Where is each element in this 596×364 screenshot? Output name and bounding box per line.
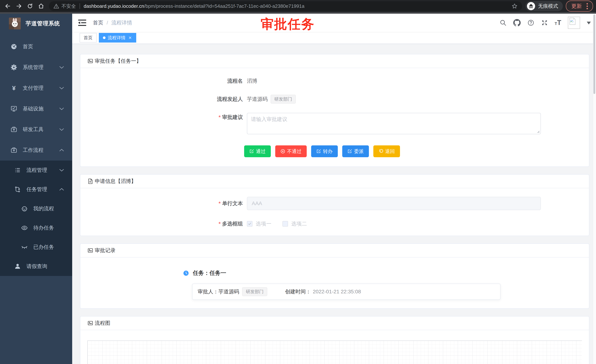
approve-button[interactable]: 通过 xyxy=(244,145,271,157)
transfer-button[interactable]: 转办 xyxy=(311,145,338,157)
app-logo[interactable]: 芋道管理系统 xyxy=(0,14,72,33)
field-label: 流程名 xyxy=(80,77,247,86)
sidebar-collapse-button[interactable] xyxy=(78,19,86,26)
edit-icon xyxy=(249,149,254,154)
suggestion-textarea[interactable] xyxy=(247,113,541,134)
sidebar-item-payment[interactable]: ¥ 支付管理 xyxy=(0,78,72,98)
clock-icon xyxy=(183,270,189,276)
document-icon xyxy=(87,178,93,184)
breadcrumb-current: 流程详情 xyxy=(112,19,132,26)
sidebar-item-todo-tasks[interactable]: 待办任务 xyxy=(0,218,72,238)
chevron-down-icon xyxy=(59,169,64,172)
approver-name: 芋道源码 xyxy=(218,288,239,295)
checkbox-label: 选项二 xyxy=(291,220,307,227)
form-row-initiator: 流程发起人 芋道源码 研发部门 xyxy=(80,95,589,104)
sidebar-item-label: 待办任务 xyxy=(33,224,54,231)
fullscreen-icon[interactable] xyxy=(541,19,548,26)
card-title: 申请信息【滔博】 xyxy=(95,178,136,185)
sidebar-item-leave-query[interactable]: 请假查询 xyxy=(0,257,72,276)
sidebar-item-my-process[interactable]: 我的流程 xyxy=(0,199,72,218)
home-button[interactable] xyxy=(36,1,46,11)
broken-image-icon xyxy=(568,17,577,26)
forward-button[interactable] xyxy=(14,1,24,11)
department-tag: 研发部门 xyxy=(271,95,296,104)
search-icon[interactable] xyxy=(499,19,507,26)
field-label-required: 多选框组 xyxy=(80,219,247,228)
browser-toolbar: 不安全 dashboard.yudao.iocoder.cn/bpm/proce… xyxy=(0,0,596,12)
browser-menu-icon[interactable] xyxy=(585,3,589,9)
sidebar-item-done-tasks[interactable]: 已办任务 xyxy=(0,238,72,257)
github-icon[interactable] xyxy=(513,19,521,26)
avatar-caret-icon[interactable] xyxy=(587,22,591,26)
chevron-down-icon xyxy=(59,66,64,69)
sidebar-item-process-mgmt[interactable]: 流程管理 xyxy=(0,160,72,180)
user-avatar[interactable] xyxy=(568,17,580,29)
checkbox-unchecked-icon xyxy=(283,221,288,226)
flow-diagram-card: 流程图 xyxy=(80,316,589,364)
chevron-down-icon xyxy=(59,87,64,89)
process-name-value: 滔博 xyxy=(247,77,257,86)
chevron-up-icon xyxy=(59,188,64,191)
sidebar-item-label: 已办任务 xyxy=(33,244,54,251)
monitor-icon xyxy=(10,105,18,112)
sidebar-item-label: 请假查询 xyxy=(26,263,47,270)
department-tag: 研发部门 xyxy=(242,287,267,296)
browser-update-button[interactable]: 更新 xyxy=(566,0,593,12)
form-row-process-name: 流程名 滔博 xyxy=(80,77,589,86)
approval-record-card: 审批记录 任务：任务一 审批人： 芋道源码 研发部门 创建时间： 2022-01… xyxy=(80,243,589,309)
delegate-button[interactable]: 委派 xyxy=(342,145,369,157)
help-icon[interactable] xyxy=(527,19,534,26)
sidebar-item-home[interactable]: 首页 xyxy=(0,36,72,57)
approver-label: 审批人： xyxy=(198,288,218,295)
card-title: 审批记录 xyxy=(95,247,115,254)
button-label: 不通过 xyxy=(287,148,302,155)
card-body xyxy=(80,330,589,364)
card-title: 审批任务【任务一】 xyxy=(95,58,142,65)
breadcrumb-home[interactable]: 首页 xyxy=(93,19,103,26)
back-button[interactable] xyxy=(3,1,13,11)
sidebar-item-infrastructure[interactable]: 基础设施 xyxy=(0,98,72,119)
textarea-resize-handle[interactable] xyxy=(536,130,540,133)
page-scrollbar[interactable] xyxy=(593,14,596,364)
eye-closed-icon xyxy=(21,243,28,251)
form-row-checkboxes: 多选框组 选项一 选项二 xyxy=(80,219,589,228)
sidebar-item-system[interactable]: 系统管理 xyxy=(0,57,72,78)
button-label: 退回 xyxy=(385,148,395,155)
app-title: 芋道管理系统 xyxy=(26,20,60,27)
url-bar[interactable]: 不安全 dashboard.yudao.iocoder.cn/bpm/proce… xyxy=(49,1,522,11)
button-label: 转办 xyxy=(323,148,333,155)
tab-close-icon[interactable] xyxy=(128,36,132,40)
scrollbar-thumb[interactable] xyxy=(593,15,595,94)
font-size-icon[interactable]: TT xyxy=(555,19,561,27)
url-divider xyxy=(80,3,80,9)
update-label: 更新 xyxy=(571,3,582,10)
tab-process-detail[interactable]: 流程详情 xyxy=(99,33,136,43)
dashboard-icon xyxy=(10,43,18,50)
sidebar-item-label: 研发工具 xyxy=(23,126,44,133)
card-header: 申请信息【滔博】 xyxy=(80,175,589,188)
sidebar-item-label: 工作流程 xyxy=(23,147,44,154)
sidebar-item-label: 我的流程 xyxy=(33,205,54,212)
sidebar-item-task-mgmt[interactable]: 任务管理 xyxy=(0,180,72,199)
bpmn-grid-canvas[interactable] xyxy=(87,341,582,364)
single-line-text-input xyxy=(247,197,541,210)
approval-record-box: 审批人： 芋道源码 研发部门 创建时间： 2022-01-21 22:35:08 xyxy=(192,284,500,300)
initiator-name: 芋道源码 xyxy=(247,95,268,104)
url-domain: dashboard.yudao.iocoder.cn xyxy=(84,3,144,9)
sidebar-item-workflow[interactable]: 工作流程 xyxy=(0,140,72,160)
sidebar-item-label: 基础设施 xyxy=(23,105,44,112)
chrome-divider xyxy=(0,12,596,14)
reject-button[interactable]: 不通过 xyxy=(275,145,307,157)
bookmark-star-icon[interactable] xyxy=(511,3,518,9)
toolbox-icon xyxy=(10,126,18,133)
briefcase-icon xyxy=(10,146,18,154)
initiator-value: 芋道源码 研发部门 xyxy=(247,95,296,104)
sidebar-item-devtools[interactable]: 研发工具 xyxy=(0,119,72,140)
card-header: 审批任务【任务一】 xyxy=(80,54,589,68)
picture-icon xyxy=(87,320,93,326)
reload-button[interactable] xyxy=(25,1,35,11)
breadcrumb: 首页 / 流程详情 xyxy=(93,19,132,26)
return-button[interactable]: 退回 xyxy=(373,145,400,157)
yen-icon: ¥ xyxy=(10,84,18,92)
tab-home[interactable]: 首页 xyxy=(80,33,97,43)
